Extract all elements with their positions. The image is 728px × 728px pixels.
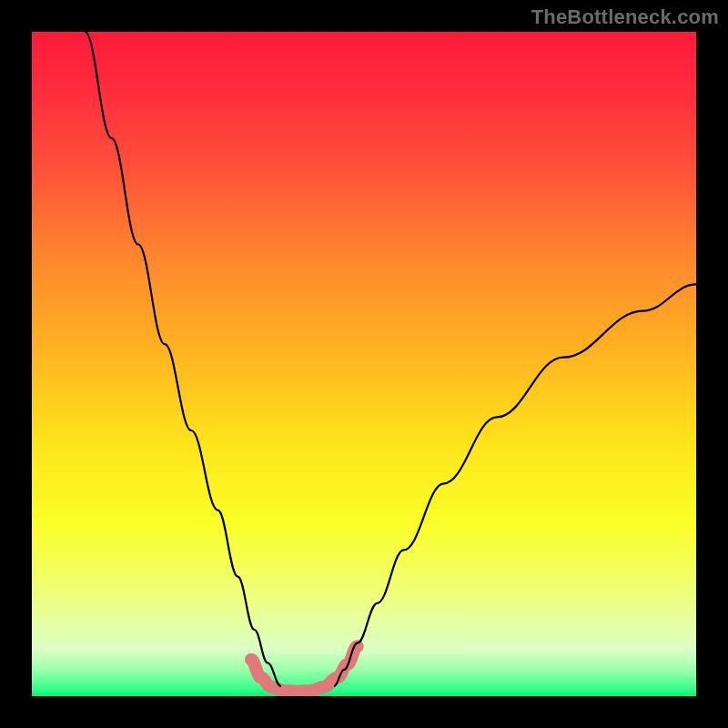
chart-svg [32, 32, 696, 696]
watermark-label: TheBottleneck.com [531, 5, 719, 29]
outer-frame: TheBottleneck.com [0, 0, 728, 728]
trough-highlight [251, 646, 358, 692]
curve-left-branch [85, 32, 280, 686]
curve-right-branch [334, 284, 696, 686]
plot-area [32, 32, 696, 696]
